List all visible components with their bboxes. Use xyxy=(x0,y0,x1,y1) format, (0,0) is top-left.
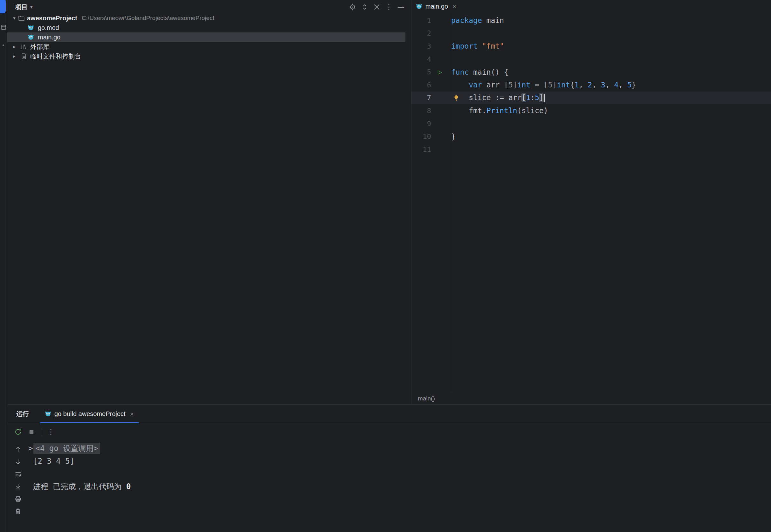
tool-window-icon[interactable] xyxy=(0,24,7,31)
gutter-marker: ▷ xyxy=(431,65,449,78)
console-stdout-line: [2 3 4 5] xyxy=(28,455,765,467)
line-number[interactable]: 4 xyxy=(412,55,431,63)
tree-row-scratches[interactable]: ▸ 临时文件和控制台 xyxy=(7,51,411,61)
gutter-marker xyxy=(431,14,449,27)
scroll-to-end-icon[interactable] xyxy=(14,483,22,490)
chevron-down-icon[interactable]: ▾ xyxy=(30,4,33,10)
close-run-tab-icon[interactable]: × xyxy=(130,411,133,417)
folded-command[interactable]: <4 go 设置调用> xyxy=(33,443,100,454)
project-root-path: C:\Users\meowr\GolandProjects\awesomePro… xyxy=(82,15,214,22)
run-tab-label: go build awesomeProject xyxy=(54,410,125,418)
tree-row-project-root[interactable]: ▾ awesomeProject C:\Users\meowr\GolandPr… xyxy=(7,13,411,23)
line-number[interactable]: 9 xyxy=(412,120,431,128)
collapse-all-icon[interactable] xyxy=(373,3,380,11)
console-command-line: > <4 go 设置调用> xyxy=(28,442,765,455)
project-panel-actions: ⋮ — xyxy=(349,3,405,11)
line-number[interactable]: 6 xyxy=(412,81,431,89)
code-text: var arr [5]int = [5]int{1, 2, 3, 4, 5} xyxy=(449,81,636,89)
tab-go-build[interactable]: go build awesomeProject × xyxy=(40,405,139,423)
code-line[interactable]: 2 xyxy=(412,27,771,40)
tree-item-label: go.mod xyxy=(38,24,59,31)
go-file-icon xyxy=(28,34,34,40)
activity-bar-dot xyxy=(3,44,4,46)
text-caret xyxy=(544,94,545,102)
console-prompt: > xyxy=(28,444,33,453)
run-tab-bar: 运行 go build awesomeProject × xyxy=(7,405,771,423)
tree-row-go-mod[interactable]: go.mod xyxy=(7,23,411,32)
project-tool-window-button[interactable] xyxy=(0,0,6,13)
hide-panel-icon[interactable]: — xyxy=(397,3,405,11)
stop-icon[interactable] xyxy=(28,428,35,436)
library-icon xyxy=(21,44,27,50)
tab-main-go[interactable]: main.go × xyxy=(412,0,461,13)
clear-console-icon[interactable] xyxy=(14,508,22,515)
code-line[interactable]: 6 var arr [5]int = [5]int{1, 2, 3, 4, 5} xyxy=(412,78,771,92)
editor: main.go × 1package main23import "fmt"45▷… xyxy=(412,0,771,404)
tab-label: main.go xyxy=(426,3,448,10)
line-number[interactable]: 7 xyxy=(412,94,431,102)
code-line[interactable]: 9 xyxy=(412,117,771,130)
line-number[interactable]: 5 xyxy=(412,68,431,76)
down-stack-trace-icon[interactable] xyxy=(14,458,22,466)
code-line[interactable]: 8 fmt.Println(slice) xyxy=(412,104,771,117)
project-panel-header: 项目 ▾ ⋮ xyxy=(7,0,411,14)
tree-item-label: 外部库 xyxy=(30,43,49,51)
gutter-marker xyxy=(431,40,449,53)
tree-row-external-libraries[interactable]: ▸ 外部库 xyxy=(7,42,411,51)
chevron-right-icon[interactable]: ▸ xyxy=(10,53,18,59)
expand-nodes-icon[interactable] xyxy=(361,3,368,11)
code-text: package main xyxy=(449,16,504,24)
run-line-icon[interactable]: ▷ xyxy=(438,69,442,76)
code-text: import "fmt" xyxy=(449,42,504,50)
gutter-marker xyxy=(431,27,449,40)
go-file-icon xyxy=(416,3,422,10)
code-line[interactable]: 5▷func main() { xyxy=(412,65,771,78)
tree-item-label: 临时文件和控制台 xyxy=(30,52,81,61)
more-options-icon[interactable]: ⋮ xyxy=(47,428,55,436)
code-text: } xyxy=(449,133,456,141)
soft-wrap-icon[interactable] xyxy=(14,470,22,478)
chevron-down-icon[interactable]: ▾ xyxy=(10,15,18,21)
code-line[interactable]: 1package main xyxy=(412,14,771,27)
chevron-right-icon[interactable]: ▸ xyxy=(10,44,18,50)
intention-bulb-icon[interactable] xyxy=(453,94,460,101)
run-tool-window: 运行 go build awesomeProject × xyxy=(7,404,771,532)
console-side-toolbar xyxy=(14,446,22,515)
line-number[interactable]: 2 xyxy=(412,29,431,37)
close-tab-icon[interactable]: × xyxy=(453,3,456,10)
rerun-icon[interactable] xyxy=(14,428,22,436)
line-number[interactable]: 11 xyxy=(412,146,431,153)
code-line[interactable]: 11 xyxy=(412,143,771,156)
folder-icon xyxy=(18,15,24,21)
tree-item-label: main.go xyxy=(38,34,60,41)
code-text: func main() { xyxy=(449,68,508,76)
code-line[interactable]: 3import "fmt" xyxy=(412,40,771,53)
code-text: slice := arr[1:5] xyxy=(449,93,545,102)
scratch-file-icon xyxy=(21,53,27,59)
project-root-name: awesomeProject xyxy=(27,15,77,22)
breadcrumbs-bar: main() xyxy=(412,393,771,404)
code-text: fmt.Println(slice) xyxy=(449,106,548,115)
line-number[interactable]: 8 xyxy=(412,107,431,115)
exit-message: 进程 已完成，退出代码为 xyxy=(33,481,126,492)
code-line[interactable]: 4 xyxy=(412,53,771,66)
gutter-marker xyxy=(431,78,449,92)
project-panel: 项目 ▾ ⋮ xyxy=(7,0,412,404)
locate-file-icon[interactable] xyxy=(349,3,356,11)
up-stack-trace-icon[interactable] xyxy=(14,446,22,453)
print-icon[interactable] xyxy=(14,495,22,503)
more-options-icon[interactable]: ⋮ xyxy=(385,3,393,11)
line-number[interactable]: 3 xyxy=(412,42,431,50)
tree-row-main-go[interactable]: main.go xyxy=(7,32,406,42)
project-tree: ▾ awesomeProject C:\Users\meowr\GolandPr… xyxy=(7,13,411,61)
code-line[interactable]: 10} xyxy=(412,130,771,143)
console-exit-line: 进程 已完成，退出代码为 0 xyxy=(28,480,765,493)
code-line[interactable]: 7 slice := arr[1:5] xyxy=(412,92,771,105)
go-file-icon xyxy=(28,24,34,31)
line-number[interactable]: 1 xyxy=(412,17,431,24)
editor-tab-bar: main.go × xyxy=(412,0,771,13)
breadcrumb-item[interactable]: main() xyxy=(418,395,435,402)
go-file-icon xyxy=(45,411,51,417)
line-number[interactable]: 10 xyxy=(412,133,431,140)
gutter-marker xyxy=(431,130,449,143)
